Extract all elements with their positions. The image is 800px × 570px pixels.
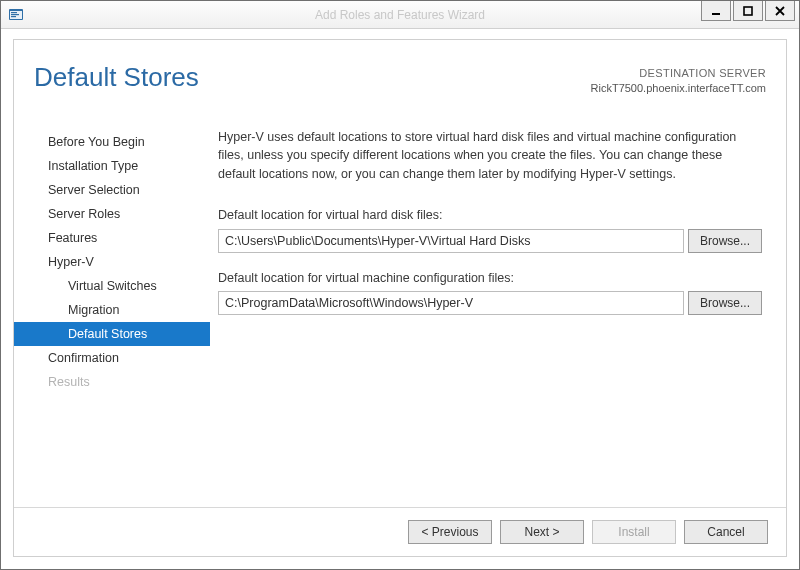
nav-item-label: Confirmation [48,351,119,365]
destination-server: RickT7500.phoenix.interfaceTT.com [591,81,766,96]
nav-item-label: Migration [68,303,119,317]
page-title: Default Stores [34,62,199,93]
window-controls [701,1,799,28]
nav-item-installation-type[interactable]: Installation Type [14,154,210,178]
svg-rect-5 [712,13,720,15]
content-area: Before You BeginInstallation TypeServer … [14,102,786,507]
nav-item-hyper-v[interactable]: Hyper-V [14,250,210,274]
nav-item-label: Before You Begin [48,135,145,149]
inner-frame: Default Stores DESTINATION SERVER RickT7… [13,39,787,557]
nav-item-default-stores[interactable]: Default Stores [14,322,210,346]
main-panel: Hyper-V uses default locations to store … [210,110,770,507]
vhd-location-input[interactable] [218,229,684,253]
nav-item-label: Virtual Switches [68,279,157,293]
body-area: Default Stores DESTINATION SERVER RickT7… [1,29,799,569]
install-button: Install [592,520,676,544]
nav-item-server-selection[interactable]: Server Selection [14,178,210,202]
vm-location-input[interactable] [218,291,684,315]
nav-item-before-you-begin[interactable]: Before You Begin [14,130,210,154]
nav-item-label: Results [48,375,90,389]
description-text: Hyper-V uses default locations to store … [218,128,762,184]
nav-item-results: Results [14,370,210,394]
wizard-sidebar: Before You BeginInstallation TypeServer … [14,110,210,507]
nav-item-confirmation[interactable]: Confirmation [14,346,210,370]
maximize-button[interactable] [733,1,763,21]
nav-item-migration[interactable]: Migration [14,298,210,322]
nav-item-label: Hyper-V [48,255,94,269]
titlebar: Add Roles and Features Wizard [1,1,799,29]
svg-rect-4 [11,16,16,17]
svg-rect-2 [11,12,17,13]
nav-item-label: Default Stores [68,327,147,341]
svg-rect-3 [11,14,19,15]
nav-item-virtual-switches[interactable]: Virtual Switches [14,274,210,298]
vhd-browse-button[interactable]: Browse... [688,229,762,253]
vhd-location-row: Browse... [218,229,762,253]
wizard-footer: < Previous Next > Install Cancel [14,507,786,556]
nav-item-label: Installation Type [48,159,138,173]
vm-location-label: Default location for virtual machine con… [218,269,762,288]
nav-item-server-roles[interactable]: Server Roles [14,202,210,226]
vhd-location-label: Default location for virtual hard disk f… [218,206,762,225]
vm-browse-button[interactable]: Browse... [688,291,762,315]
next-button[interactable]: Next > [500,520,584,544]
wizard-window: Add Roles and Features Wizard Default St… [0,0,800,570]
destination-block: DESTINATION SERVER RickT7500.phoenix.int… [591,62,766,96]
vm-location-row: Browse... [218,291,762,315]
nav-item-features[interactable]: Features [14,226,210,250]
svg-rect-6 [744,7,752,15]
nav-item-label: Features [48,231,97,245]
page-header: Default Stores DESTINATION SERVER RickT7… [14,40,786,102]
close-button[interactable] [765,1,795,21]
previous-button[interactable]: < Previous [408,520,492,544]
destination-label: DESTINATION SERVER [591,66,766,81]
nav-item-label: Server Selection [48,183,140,197]
nav-item-label: Server Roles [48,207,120,221]
cancel-button[interactable]: Cancel [684,520,768,544]
minimize-button[interactable] [701,1,731,21]
window-title: Add Roles and Features Wizard [1,8,799,22]
app-icon [7,6,25,24]
